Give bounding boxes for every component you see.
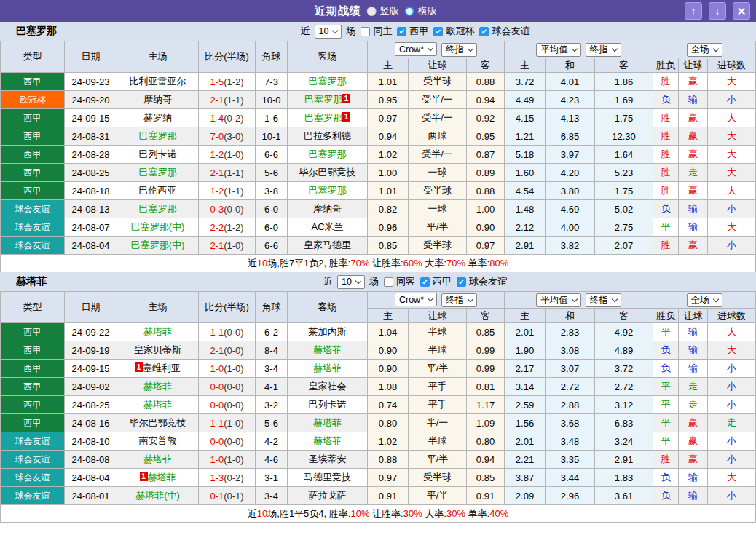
recent-count-select-value: 10 [342, 277, 352, 287]
same-venue-checkbox[interactable] [361, 27, 370, 36]
sections-container: 巴塞罗那 近10场同主✔西甲✔欧冠杯✔球会友谊 类型日期主场比分(半场)角球客场… [0, 22, 756, 523]
league-filter-label: 欧冠杯 [446, 25, 474, 38]
move-down-button[interactable]: ↓ [709, 2, 726, 20]
crow-odds-cell: 0.85 [467, 469, 505, 487]
layout-vertical-radio[interactable] [367, 7, 377, 16]
result-cell: 负 [653, 200, 679, 218]
result-cell: 平 [653, 432, 679, 451]
titlebar-buttons: ↑ ↓ ✕ [685, 2, 750, 20]
average-select[interactable]: 平均值 [536, 293, 581, 307]
fulltime-score: 7-0 [210, 131, 224, 142]
chevron-down-icon [468, 296, 473, 302]
date-cell: 24-09-20 [65, 91, 117, 109]
league-filter-label: 西甲 [433, 275, 452, 288]
close-button[interactable]: ✕ [733, 2, 750, 20]
crow-odds-cell: 受半/一 [409, 109, 467, 127]
result-text: 胜 [661, 112, 671, 123]
recent-count-select[interactable]: 10 [337, 275, 365, 289]
move-up-button[interactable]: ↑ [685, 2, 702, 20]
crow-final-select[interactable]: 终指 [441, 43, 477, 57]
league-filter-checkbox[interactable]: ✔ [397, 27, 406, 36]
league-filter-checkbox[interactable]: ✔ [433, 27, 443, 36]
result-text: 小 [727, 203, 736, 214]
date-cell: 24-08-04 [65, 469, 117, 487]
league-cell: 球会友谊 [1, 200, 65, 218]
average-select-value: 平均值 [540, 44, 568, 56]
away-team-cell: 圣埃蒂安 [288, 451, 368, 469]
result-text: 大 [727, 112, 736, 123]
scope-select[interactable]: 全场 [687, 293, 722, 307]
result-text: 小 [727, 490, 736, 501]
average-odds-cell: 3.61 [595, 487, 653, 505]
score-cell: 0-3(0-0) [199, 200, 256, 218]
average-final-select[interactable]: 终指 [586, 43, 621, 57]
result-cell: 大 [708, 469, 756, 487]
average-select-value: 平均值 [540, 294, 568, 306]
result-text: 输 [688, 221, 698, 232]
chevron-down-icon [612, 296, 618, 301]
result-cell: 走 [708, 414, 756, 432]
away-team-cell: 巴拉多利德 [288, 127, 368, 146]
team-label: 巴伦西亚 [139, 185, 177, 196]
average-odds-cell: 2.21 [505, 451, 546, 469]
league-filter-checkbox[interactable]: ✔ [479, 27, 489, 36]
crow-odds-cell: 0.94 [368, 127, 409, 146]
same-venue-checkbox[interactable] [384, 277, 393, 287]
average-odds-cell: 3.87 [505, 469, 546, 487]
result-cell: 赢 [679, 432, 708, 451]
home-team-cell: 赫塔菲 [117, 323, 199, 341]
table-row: 球会友谊24-08-13巴塞罗那0-3(0-0)6-0摩纳哥0.82一球1.00… [1, 200, 756, 218]
crow-final-select[interactable]: 终指 [441, 293, 477, 307]
result-text: 赢 [688, 435, 698, 446]
score-cell: 2-1(0-0) [199, 341, 256, 360]
result-cell: 胜 [653, 451, 679, 469]
average-select[interactable]: 平均值 [536, 43, 581, 57]
average-odds-cell: 3.97 [546, 146, 595, 164]
date-cell: 24-08-07 [65, 218, 117, 237]
section-filters: 近10场同客✔西甲✔球会友谊 [74, 275, 756, 289]
team-text: 巴塞罗那 [139, 203, 177, 214]
halftime-score: (0-2) [224, 113, 243, 124]
team-label: 赫塔菲 [313, 435, 342, 446]
away-team-cell: 巴列卡诺 [288, 396, 368, 414]
average-final-select-value: 终指 [590, 294, 608, 306]
crow-company-select[interactable]: Crow* [395, 293, 437, 306]
score-cell: 0-0(0-0) [199, 396, 256, 414]
crow-company-select[interactable]: Crow* [395, 42, 437, 56]
league-filter-checkbox[interactable]: ✔ [420, 277, 430, 287]
date-cell: 24-08-08 [65, 451, 117, 469]
league-filter-checkbox[interactable]: ✔ [457, 277, 466, 287]
recent-count-select[interactable]: 10 [315, 25, 342, 39]
result-cell: 负 [653, 469, 679, 487]
team-label: 巴塞罗那 [309, 148, 347, 159]
score-cell: 2-2(1-2) [199, 218, 256, 237]
result-cell: 输 [679, 91, 708, 109]
average-odds-cell: 2.91 [595, 451, 653, 469]
corner-cell: 5-6 [256, 414, 288, 432]
result-text: 大 [727, 76, 736, 87]
red-card-badge: 1 [135, 362, 143, 372]
average-odds-cell: 12.30 [595, 127, 653, 146]
average-odds-cell: 1.86 [595, 73, 653, 91]
summary-text: 10 [257, 508, 267, 519]
average-final-select[interactable]: 终指 [586, 293, 621, 307]
corner-cell: 3-4 [256, 360, 288, 378]
average-odds-cell: 4.20 [546, 164, 595, 182]
date-cell: 24-08-01 [65, 487, 117, 505]
league-cell: 西甲 [1, 341, 65, 360]
layout-horizontal-radio[interactable] [405, 7, 414, 16]
corner-cell: 1-6 [256, 109, 288, 127]
table-row: 西甲24-08-25赫塔菲0-0(0-0)3-2巴列卡诺0.74平手1.172.… [1, 396, 756, 414]
crow-odds-cell: 0.94 [467, 91, 505, 109]
column-header: 日期 [65, 292, 117, 323]
average-odds-cell: 2.96 [546, 487, 595, 505]
crow-odds-cell: 1.08 [368, 378, 409, 396]
column-header: 比分(半场) [199, 292, 256, 323]
results-table: 类型日期主场比分(半场)角球客场Crow*终指平均值终指全场主让球客主和客胜负让… [0, 291, 756, 523]
league-cell: 球会友谊 [1, 487, 65, 505]
team-text: 毕尔巴鄂竞技 [130, 417, 186, 428]
team-text: 巴塞罗那 [304, 112, 342, 123]
crow-odds-cell: 平/半 [409, 487, 467, 505]
halftime-score: (1-0) [224, 418, 243, 429]
scope-select[interactable]: 全场 [687, 43, 722, 57]
